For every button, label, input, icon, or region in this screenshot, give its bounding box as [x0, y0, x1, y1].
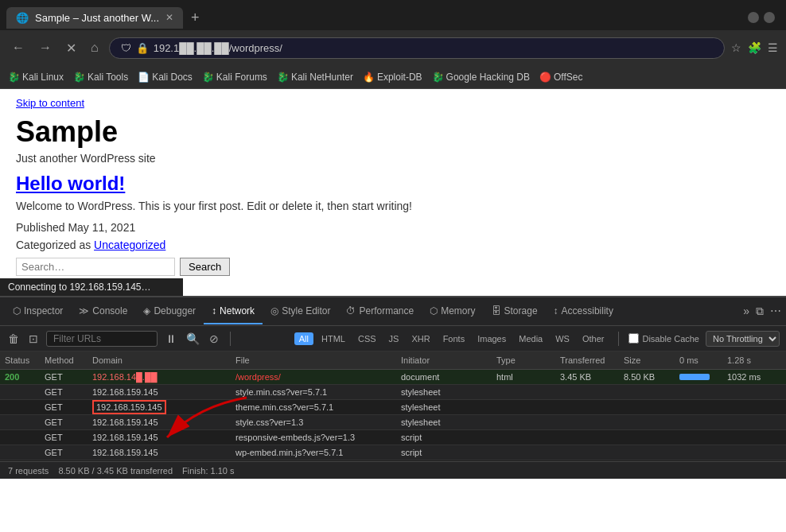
tab-title: Sample – Just another W...	[35, 12, 159, 24]
search-icon[interactable]: 🔍	[185, 331, 201, 347]
status-tooltip: Connecting to 192.168.159.145…	[0, 278, 183, 296]
cell-time	[722, 420, 786, 425]
header-time-start[interactable]: 0 ms	[675, 354, 722, 367]
filter-fonts[interactable]: Fonts	[438, 332, 470, 345]
copy-icon: ⧉	[756, 305, 764, 318]
bookmark-exploit-db[interactable]: 🔥 Exploit-DB	[363, 72, 422, 83]
tab-accessibility[interactable]: ↕ Accessibility	[546, 299, 621, 324]
extensions-icon[interactable]: 🧩	[748, 41, 761, 54]
menu-button[interactable]: ☰	[768, 41, 778, 54]
table-row[interactable]: GET 192.168.159.145 style.css?ver=1.3 st…	[0, 415, 786, 430]
style-editor-icon: ◎	[270, 305, 278, 316]
table-row[interactable]: GET 192.168.159.145 style.min.css?ver=5.…	[0, 385, 786, 400]
skip-to-content-link[interactable]: Skip to content	[16, 97, 770, 109]
divider	[230, 332, 231, 346]
highlighted-domain: 192.168.159.145	[92, 400, 166, 414]
search-input[interactable]	[16, 258, 175, 276]
cell-size	[619, 435, 675, 440]
header-domain[interactable]: Domain	[88, 354, 231, 367]
table-row[interactable]: GET 192.168.159.145 wp-embed.min.js?ver=…	[0, 445, 786, 460]
filter-xhr[interactable]: XHR	[407, 332, 434, 345]
disable-cache-checkbox[interactable]: Disable Cache	[628, 333, 699, 344]
cell-transferred	[555, 390, 619, 394]
transfer-info: 8.50 KB / 3.45 KB transferred	[58, 466, 173, 476]
category-link[interactable]: Uncategorized	[94, 239, 165, 251]
back-button[interactable]: ←	[8, 39, 29, 56]
tab-performance[interactable]: ⏱ Performance	[338, 299, 422, 324]
devtools-more-tabs[interactable]: » ⧉ ⋯	[743, 305, 781, 318]
filter-icon[interactable]: ⊡	[27, 331, 40, 347]
cell-bar	[675, 405, 722, 410]
bookmark-offsec[interactable]: 🔴 OffSec	[539, 72, 582, 83]
tab-debugger[interactable]: ◈ Debugger	[135, 299, 204, 324]
bookmark-nethunter[interactable]: 🐉 Kali NetHunter	[277, 72, 353, 83]
cell-transferred	[555, 420, 619, 425]
devtools-panel: ⬡ Inspector ≫ Console ◈ Debugger ↕ Netwo…	[0, 296, 786, 479]
tab-console[interactable]: ≫ Console	[71, 299, 135, 324]
post-title[interactable]: Hello world!	[16, 173, 770, 195]
devtools-status-bar: 7 requests 8.50 KB / 3.45 KB transferred…	[0, 461, 786, 479]
home-button[interactable]: ⌂	[87, 39, 103, 56]
window-maximize[interactable]	[764, 12, 775, 23]
cell-domain: 192.168.14█.██	[88, 370, 231, 384]
filter-all[interactable]: All	[294, 332, 313, 345]
performance-icon: ⏱	[346, 305, 356, 316]
header-size[interactable]: Size	[619, 354, 675, 367]
bookmark-star-button[interactable]: ☆	[731, 41, 741, 54]
search-button[interactable]: Search	[180, 258, 230, 276]
header-method[interactable]: Method	[40, 354, 88, 367]
bookmark-kali-linux[interactable]: 🐉 Kali Linux	[8, 72, 64, 83]
cell-time	[722, 435, 786, 440]
filter-urls-input[interactable]	[46, 331, 158, 347]
cell-initiator: stylesheet	[396, 415, 492, 429]
new-tab-button[interactable]: +	[186, 8, 204, 28]
header-status[interactable]: Status	[0, 354, 40, 367]
window-minimize[interactable]	[748, 12, 759, 23]
network-table: Status Method Domain File Initiator Type…	[0, 351, 786, 461]
filter-media[interactable]: Media	[514, 332, 547, 345]
address-bar[interactable]: 🛡 🔒 192.1██.██.██/wordpress/	[109, 37, 725, 59]
tab-inspector[interactable]: ⬡ Inspector	[5, 299, 71, 324]
table-row[interactable]: GET 192.168.159.145 responsive-embeds.js…	[0, 430, 786, 445]
tab-storage[interactable]: 🗄 Storage	[484, 299, 546, 324]
clear-icon[interactable]: 🗑	[6, 331, 21, 347]
header-time-end[interactable]: 1.28 s	[722, 354, 786, 367]
header-type[interactable]: Type	[492, 354, 555, 367]
network-icon: ↕	[212, 305, 216, 316]
forward-button[interactable]: →	[35, 39, 56, 56]
close-button[interactable]: ✕	[62, 39, 80, 57]
filter-css[interactable]: CSS	[353, 332, 381, 345]
cell-transferred: 3.45 KB	[555, 370, 619, 384]
header-initiator[interactable]: Initiator	[396, 354, 492, 367]
table-row[interactable]: 200 GET 192.168.14█.██ /wordpress/ docum…	[0, 370, 786, 385]
tab-network[interactable]: ↕ Network	[204, 299, 263, 324]
disable-cache-input[interactable]	[628, 333, 639, 344]
table-row[interactable]: GET 192.168.159.145 theme.min.css?ver=5.…	[0, 400, 786, 415]
cell-transferred	[555, 435, 619, 440]
filter-ws[interactable]: WS	[551, 332, 574, 345]
cell-status: 200	[0, 370, 40, 384]
tab-memory[interactable]: ⬡ Memory	[422, 299, 483, 324]
cell-status	[0, 435, 40, 440]
bookmark-kali-docs[interactable]: 📄 Kali Docs	[138, 72, 193, 83]
throttle-select[interactable]: No Throttling	[706, 331, 780, 347]
header-transferred[interactable]: Transferred	[555, 354, 619, 367]
cell-bar	[675, 450, 722, 455]
filter-js[interactable]: JS	[384, 332, 404, 345]
bookmark-kali-tools[interactable]: 🐉 Kali Tools	[73, 72, 128, 83]
bookmark-kali-forums[interactable]: 🐉 Kali Forums	[202, 72, 267, 83]
tab-close-button[interactable]: ✕	[165, 12, 173, 23]
tab-style-editor[interactable]: ◎ Style Editor	[263, 299, 338, 324]
bookmarks-bar: 🐉 Kali Linux 🐉 Kali Tools 📄 Kali Docs 🐉 …	[0, 65, 786, 89]
active-tab[interactable]: 🌐 Sample – Just another W... ✕	[6, 7, 183, 29]
filter-html[interactable]: HTML	[317, 332, 350, 345]
block-icon[interactable]: ⊘	[208, 331, 220, 347]
tab-bar: 🌐 Sample – Just another W... ✕ +	[0, 0, 786, 30]
cell-size	[619, 390, 675, 394]
cell-bar	[675, 435, 722, 440]
header-file[interactable]: File	[231, 354, 396, 367]
pause-icon[interactable]: ⏸	[164, 331, 178, 347]
filter-images[interactable]: Images	[473, 332, 511, 345]
bookmark-google-hacking[interactable]: 🐉 Google Hacking DB	[432, 72, 530, 83]
filter-other[interactable]: Other	[578, 332, 609, 345]
